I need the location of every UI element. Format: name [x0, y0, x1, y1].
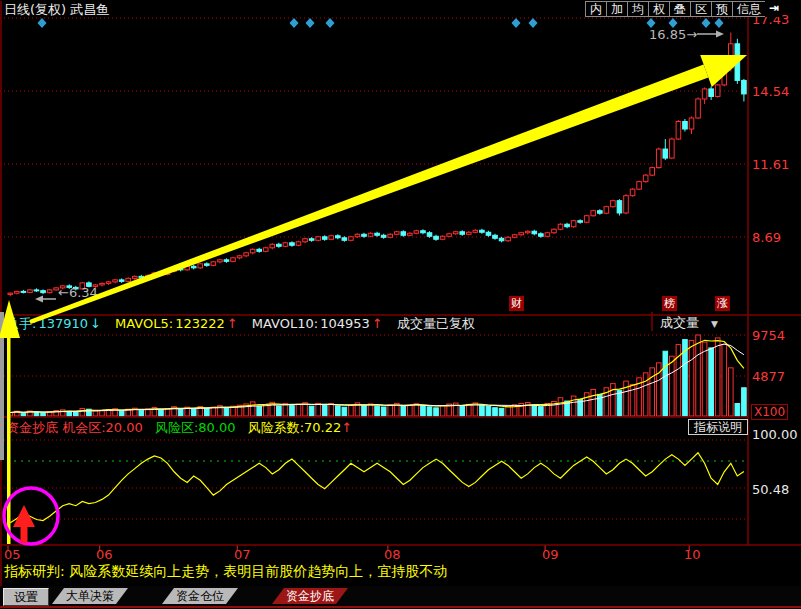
price-axis-label: 8.69	[752, 230, 781, 245]
menu-collapse-icon[interactable]: ⇥	[765, 1, 781, 17]
volume-header: 总手:137910↓ MAVOL5:123222↑ MAVOL10:104953…	[6, 315, 477, 333]
menu-item-zone[interactable]: 区	[690, 1, 712, 17]
tab-fund-position[interactable]: 资金仓位	[162, 588, 238, 604]
volume-type-dropdown[interactable]: 成交量▼	[660, 314, 718, 332]
low-price-annotation: ←6.34	[58, 285, 98, 300]
trading-app-window: 日线(复权) 武昌鱼 内 加 均 权 叠 区 预 信息 ⇥ 17.43 14.5…	[0, 0, 801, 609]
volume-label: 总手:	[6, 316, 36, 331]
opportunity-zone-label: 机会区:	[62, 420, 105, 435]
indicator-header: 资金抄底 机会区:20.00 风险区:80.00 风险系数:70.22↑	[6, 419, 352, 437]
x-axis-tick-may: 05	[4, 547, 21, 562]
event-tag-rank[interactable]: 榜	[662, 296, 677, 311]
mavol10-value: 104953	[320, 316, 370, 331]
menu-item-info[interactable]: 信息	[732, 1, 766, 17]
high-price-annotation: 16.85→	[649, 27, 697, 42]
menu-item-forecast[interactable]: 预	[711, 1, 733, 17]
volume-axis-label: 4877	[752, 369, 785, 384]
volume-axis-label: 9754	[752, 328, 785, 343]
volume-dropdown-label: 成交量	[660, 315, 699, 330]
left-scroll-strip[interactable]	[0, 312, 4, 460]
mavol5-label: MAVOL5:	[115, 316, 173, 331]
risk-coef-value: 70.22	[304, 420, 341, 435]
risk-coef-up-arrow-icon: ↑	[341, 420, 352, 435]
opportunity-zone-value: 20.00	[106, 420, 143, 435]
event-tag-finance[interactable]: 财	[509, 296, 524, 311]
menu-item-rights[interactable]: 权	[648, 1, 670, 17]
menu-item-add[interactable]: 加	[606, 1, 628, 17]
event-tag-rise[interactable]: 涨	[715, 296, 730, 311]
indicator-axis-label: 100.00	[752, 427, 798, 442]
menu-item-avg[interactable]: 均	[627, 1, 649, 17]
volume-down-arrow-icon: ↓	[90, 316, 101, 331]
toolbar-menu: 内 加 均 权 叠 区 预 信息 ⇥	[586, 1, 781, 17]
indicator-axis-label: 50.48	[752, 482, 789, 497]
risk-coef-label: 风险系数:	[248, 420, 304, 435]
x-axis-tick-aug: 08	[384, 547, 401, 562]
mavol10-label: MAVOL10:	[252, 316, 318, 331]
text-layer: 日线(复权) 武昌鱼 内 加 均 权 叠 区 预 信息 ⇥ 17.43 14.5…	[0, 0, 801, 609]
mavol10-up-arrow-icon: ↑	[372, 316, 383, 331]
x-axis-tick-jul: 07	[234, 547, 251, 562]
indicator-help-button[interactable]: 指标说明	[688, 419, 748, 435]
x-axis-tick-jun: 06	[96, 547, 113, 562]
volume-value: 137910	[38, 316, 88, 331]
analysis-conclusion-text: 指标研判: 风险系数延续向上走势，表明目前股价趋势向上，宜持股不动	[4, 563, 447, 581]
mavol5-up-arrow-icon: ↑	[227, 316, 238, 331]
price-axis-label: 11.61	[752, 157, 789, 172]
menu-item-inner[interactable]: 内	[585, 1, 607, 17]
x-axis-tick-sep: 09	[542, 547, 559, 562]
volume-adjusted-note: 成交量已复权	[397, 316, 475, 331]
volume-unit-label: X100	[751, 404, 788, 420]
chevron-down-icon: ▼	[711, 319, 718, 329]
mavol5-value: 123222	[175, 316, 225, 331]
chart-title: 日线(复权) 武昌鱼	[4, 1, 109, 19]
price-axis-label: 14.54	[752, 84, 789, 99]
tab-fund-bottom-fishing[interactable]: 资金抄底	[272, 588, 348, 604]
x-axis-tick-oct: 10	[684, 547, 701, 562]
tab-big-order-decision[interactable]: 大单决策	[52, 588, 128, 604]
bottom-tab-bar: 设置 大单决策 资金仓位 资金抄底	[0, 586, 801, 606]
settings-button[interactable]: 设置	[3, 588, 49, 606]
risk-zone-label: 风险区:	[155, 420, 198, 435]
risk-zone-value: 80.00	[198, 420, 235, 435]
menu-item-overlay[interactable]: 叠	[669, 1, 691, 17]
indicator-name: 资金抄底	[6, 420, 58, 435]
